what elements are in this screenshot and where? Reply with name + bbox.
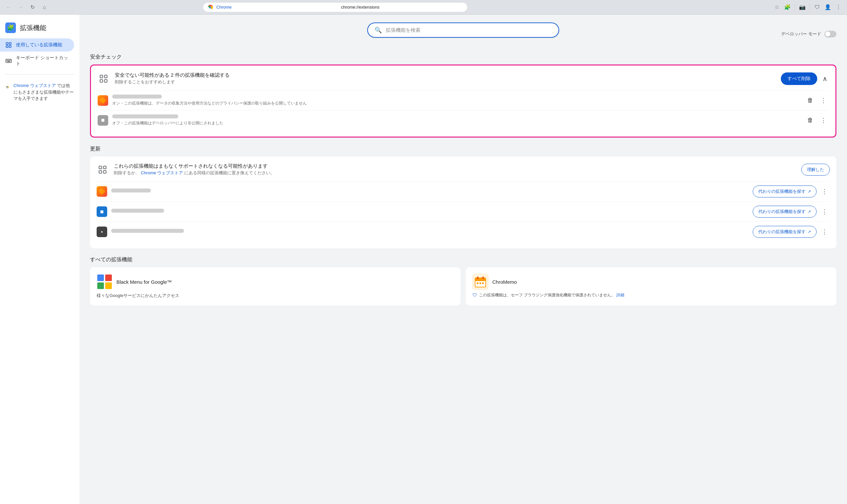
find-alt3-label: 代わりの拡張機能を探す	[758, 229, 806, 235]
forward-button[interactable]: →	[16, 3, 25, 12]
dev-mode-section: デベロッパー モード	[781, 31, 836, 37]
camera-icon: 📷	[799, 4, 806, 10]
update-ext3-icon: ▪	[96, 227, 107, 237]
svg-rect-18	[105, 75, 107, 78]
svg-text:🧩: 🧩	[7, 24, 15, 32]
ext2-name-placeholder	[112, 114, 178, 119]
home-button[interactable]: ⌂	[40, 3, 49, 12]
svg-rect-24	[104, 170, 106, 173]
chrome-store-icon	[5, 82, 10, 93]
svg-rect-27	[97, 283, 104, 289]
sidebar-item-keyboard[interactable]: キーボード ショートカット	[0, 52, 74, 70]
ext2-icon: ■	[98, 115, 108, 126]
find-alt1-label: 代わりの拡張機能を探す	[758, 188, 806, 195]
search-input[interactable]: 拡張機能を検索	[386, 27, 552, 33]
update-ext1-actions: 代わりの拡張機能を探す ↗ ⋮	[753, 185, 830, 197]
svg-rect-17	[100, 75, 103, 78]
external-link-icon: ↗	[808, 189, 811, 194]
svg-rect-31	[477, 276, 478, 279]
extensions-grid: Black Menu for Google™ 様々なGoogleサービスにかんた…	[90, 267, 836, 306]
sidebar-nav: 使用している拡張機能 キーボード ショートカット	[0, 38, 80, 70]
chrome-webstore-link[interactable]: Chrome ウェブストア	[14, 83, 56, 88]
ext2-desc: オフ・この拡張機能はデベロッパーにより非公開にされました	[112, 120, 801, 126]
ext2-more-button[interactable]: ⋮	[818, 115, 829, 126]
chrome-logo-icon	[207, 4, 214, 11]
sidebar-divider	[5, 74, 74, 74]
collapse-button[interactable]: ∧	[821, 73, 829, 84]
extensions-button[interactable]: 🧩	[783, 3, 792, 12]
puzzle-icon	[5, 42, 12, 48]
update-ext3-name	[111, 229, 184, 233]
ext1-more-button[interactable]: ⋮	[818, 95, 829, 106]
update-webstore-link[interactable]: Chrome ウェブストア	[141, 170, 183, 175]
security-shield-icon: 🛡	[473, 292, 477, 298]
address-bar-url: chrome://extensions	[341, 5, 463, 10]
chromemo-detail-link[interactable]: 詳細	[616, 293, 624, 297]
ext2-delete-button[interactable]: 🗑	[805, 115, 815, 126]
shield-button[interactable]: 🛡	[813, 3, 822, 12]
find-alt3-button[interactable]: 代わりの拡張機能を探す ↗	[753, 226, 816, 238]
sidebar-item-extensions[interactable]: 使用している拡張機能	[0, 38, 74, 52]
update-ext3: ▪ 代わりの拡張機能を探す ↗ ⋮	[96, 221, 830, 242]
svg-rect-6	[6, 46, 8, 48]
refresh-icon: ↻	[31, 4, 35, 10]
safety-card-actions: すべて削除 ∧	[781, 72, 829, 85]
chromemo-icon	[473, 274, 488, 290]
toggle-knob	[825, 32, 830, 37]
profile-button[interactable]: 👤	[823, 3, 832, 12]
black-menu-name: Black Menu for Google™	[117, 279, 172, 285]
dev-mode-toggle[interactable]	[825, 31, 836, 37]
star-icon: ☆	[775, 4, 779, 10]
star-button[interactable]: ☆	[772, 3, 781, 12]
safety-card-icon	[98, 73, 109, 85]
svg-rect-35	[482, 283, 484, 284]
svg-rect-19	[100, 79, 103, 82]
address-bar[interactable]: Chrome chrome://extensions	[203, 2, 467, 12]
find-alt2-label: 代わりの拡張機能を探す	[758, 209, 806, 215]
svg-rect-8	[6, 59, 12, 62]
sidebar-item-extensions-label: 使用している拡張機能	[16, 42, 62, 48]
camera-button[interactable]: 📷	[798, 3, 807, 12]
search-bar[interactable]: 🔍 拡張機能を検索	[367, 22, 559, 38]
black-menu-desc: 様々なGoogleサービスにかんたんアクセス	[96, 292, 454, 299]
chromemo-name-text: ChroMemo	[492, 279, 517, 285]
more-icon4: ⋮	[822, 208, 828, 215]
update-ext2-more-button[interactable]: ⋮	[819, 206, 830, 217]
main-content: 🔍 拡張機能を検索 デベロッパー モード 安全チェック	[80, 15, 847, 504]
understood-button[interactable]: 理解した	[801, 164, 830, 176]
update-ext3-more-button[interactable]: ⋮	[819, 227, 830, 237]
refresh-button[interactable]: ↻	[28, 3, 37, 12]
app-layout: 🧩 拡張機能 使用している拡張機能	[0, 15, 847, 504]
update-ext2-actions: 代わりの拡張機能を探す ↗ ⋮	[753, 206, 830, 218]
remove-all-button[interactable]: すべて削除	[781, 72, 817, 85]
extensions-icon: 🧩	[784, 4, 791, 10]
sidebar: 🧩 拡張機能 使用している拡張機能	[0, 15, 80, 504]
keyboard-icon	[5, 57, 12, 64]
external-link-icon2: ↗	[808, 209, 811, 214]
external-link-icon3: ↗	[808, 230, 811, 234]
safety-ext1: 🔶 オン・この拡張機能は、データの収集方法や使用方法などのプライバシー保護の取り…	[98, 90, 829, 110]
chromemo-desc: 🛡 この拡張機能は、セーフ ブラウジング保護強化機能で保護されていません。 詳細	[473, 292, 830, 298]
all-extensions-section: すべての拡張機能	[90, 256, 836, 306]
find-alt2-button[interactable]: 代わりの拡張機能を探す ↗	[753, 206, 816, 218]
ext1-name-placeholder	[112, 94, 162, 98]
svg-rect-26	[105, 274, 112, 281]
svg-rect-21	[99, 166, 102, 169]
back-button[interactable]: ←	[4, 3, 13, 12]
safety-card-subtitle: 削除することをおすすめします	[115, 79, 776, 85]
more-button[interactable]: ⋮	[834, 3, 843, 12]
app-logo-icon: 🧩	[5, 22, 16, 33]
safety-card-header: 安全でない可能性がある 2 件の拡張機能を確認する 削除することをおすすめします…	[98, 72, 829, 85]
chromemo-security-text: この拡張機能は、セーフ ブラウジング保護強化機能で保護されていません。 詳細	[479, 292, 624, 298]
trash-icon: 🗑	[807, 97, 813, 104]
update-ext1-more-button[interactable]: ⋮	[819, 186, 830, 197]
profile-icon: 👤	[825, 4, 831, 10]
sidebar-header: 🧩 拡張機能	[0, 20, 80, 38]
update-ext2-icon: ■	[96, 206, 107, 217]
find-alt1-button[interactable]: 代わりの拡張機能を探す ↗	[753, 185, 816, 197]
black-menu-icon	[96, 274, 112, 290]
ext1-delete-button[interactable]: 🗑	[805, 95, 815, 106]
safety-check-card: 安全でない可能性がある 2 件の拡張機能を確認する 削除することをおすすめします…	[90, 65, 836, 138]
update-card-icon	[96, 164, 108, 176]
svg-rect-23	[99, 170, 102, 173]
